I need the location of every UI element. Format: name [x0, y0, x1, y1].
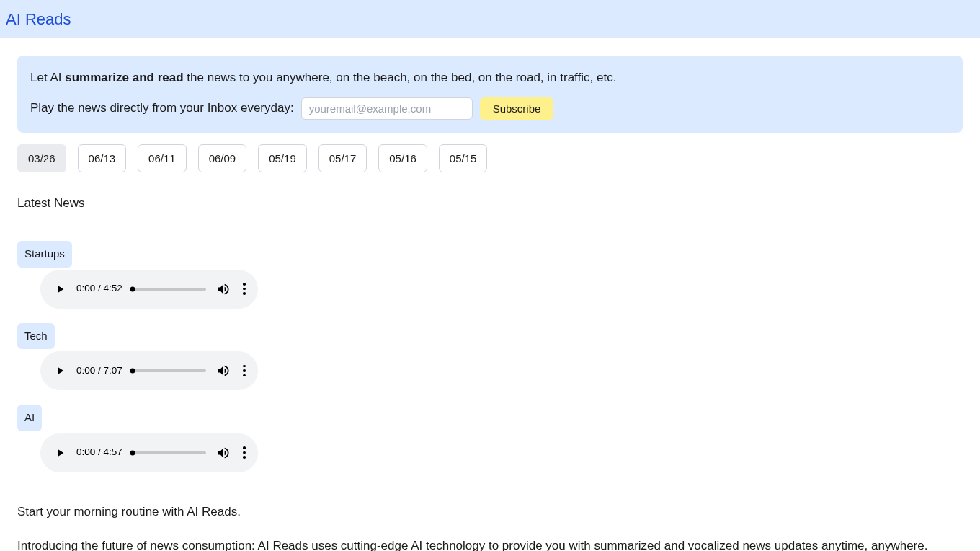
date-tab[interactable]: 05/15 — [439, 144, 488, 172]
morning-routine-text: Start your morning routine with AI Reads… — [17, 503, 963, 521]
time-display: 0:00 / 7:07 — [76, 363, 122, 378]
header-bar: AI Reads — [0, 0, 980, 38]
progress-slider[interactable] — [133, 288, 206, 291]
time-display: 0:00 / 4:57 — [76, 445, 122, 459]
progress-slider[interactable] — [133, 369, 206, 372]
date-tab[interactable]: 05/16 — [378, 144, 427, 172]
intro-paragraph: Introducing the future of news consumpti… — [17, 537, 963, 551]
subscribe-button[interactable]: Subscribe — [480, 97, 554, 120]
play-icon[interactable] — [53, 283, 66, 296]
hero-inbox-text: Play the news directly from your Inbox e… — [30, 99, 294, 118]
date-tabs: 03/2606/1306/1106/0905/1905/1705/1605/15 — [17, 144, 963, 172]
date-tab[interactable]: 06/13 — [78, 144, 127, 172]
hero-tagline: Let AI summarize and read the news to yo… — [30, 69, 950, 87]
date-tab[interactable]: 03/26 — [17, 144, 66, 172]
categories-list: Startups0:00 / 4:52Tech0:00 / 7:07AI0:00… — [17, 241, 963, 472]
date-tab[interactable]: 06/09 — [198, 144, 247, 172]
play-icon[interactable] — [53, 446, 66, 459]
date-tab[interactable]: 06/11 — [138, 144, 187, 172]
category-tag: AI — [17, 405, 42, 431]
site-title-link[interactable]: AI Reads — [6, 10, 71, 28]
main-container: Let AI summarize and read the news to yo… — [0, 38, 980, 551]
category-block: AI0:00 / 4:57 — [17, 405, 963, 472]
hero-subscribe-row: Play the news directly from your Inbox e… — [30, 97, 950, 120]
kebab-menu-icon[interactable] — [238, 283, 251, 296]
hero-text-prefix: Let AI — [30, 71, 65, 84]
hero-text-bold: summarize and read — [65, 71, 183, 84]
category-block: Startups0:00 / 4:52 — [17, 241, 963, 309]
date-tab[interactable]: 05/19 — [258, 144, 307, 172]
hero-text-suffix: the news to you anywhere, on the beach, … — [184, 71, 617, 84]
volume-icon[interactable] — [216, 282, 231, 296]
play-icon[interactable] — [53, 364, 66, 377]
audio-player: 0:00 / 4:52 — [40, 270, 258, 309]
category-tag: Startups — [17, 241, 72, 268]
section-title: Latest News — [17, 194, 963, 213]
kebab-menu-icon[interactable] — [238, 446, 251, 459]
audio-player: 0:00 / 4:57 — [40, 433, 258, 472]
email-field[interactable] — [301, 97, 473, 120]
audio-player: 0:00 / 7:07 — [40, 351, 258, 390]
kebab-menu-icon[interactable] — [238, 364, 251, 377]
category-tag: Tech — [17, 323, 55, 350]
hero-panel: Let AI summarize and read the news to yo… — [17, 56, 963, 133]
time-display: 0:00 / 4:52 — [76, 281, 122, 296]
progress-slider[interactable] — [133, 451, 206, 454]
volume-icon[interactable] — [216, 446, 231, 460]
date-tab[interactable]: 05/17 — [318, 144, 368, 172]
volume-icon[interactable] — [216, 363, 231, 378]
category-block: Tech0:00 / 7:07 — [17, 323, 963, 391]
